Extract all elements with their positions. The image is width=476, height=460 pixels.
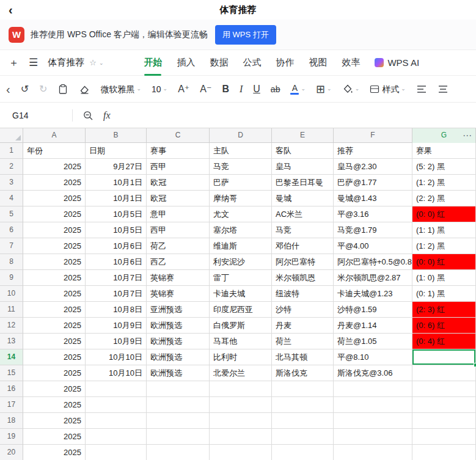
column-header-A[interactable]: A <box>23 128 86 143</box>
cell-F7[interactable]: 平@4.00 <box>334 238 412 254</box>
cell-A1[interactable]: 年份 <box>23 143 86 159</box>
cell-G18[interactable] <box>412 413 476 429</box>
wps-ai-button[interactable]: WPS AI <box>375 57 419 68</box>
cell-G7[interactable]: (1: 2) 黑 <box>412 238 476 254</box>
cell-A11[interactable]: 2025 <box>23 302 86 318</box>
cell-A5[interactable]: 2025 <box>23 206 86 222</box>
cell-B15[interactable]: 10月10日 <box>86 365 147 381</box>
cell-C18[interactable] <box>147 413 210 429</box>
cell-B12[interactable]: 10月9日 <box>86 318 147 334</box>
cell-A2[interactable]: 2025 <box>23 159 86 175</box>
cell-G6[interactable]: (1: 1) 黑 <box>412 222 476 238</box>
cell-B11[interactable]: 10月8日 <box>86 302 147 318</box>
cell-B10[interactable]: 10月7日 <box>86 286 147 302</box>
cell-E7[interactable]: 邓伯什 <box>272 238 334 254</box>
row-header-5[interactable]: 5 <box>0 206 23 222</box>
cell-C12[interactable]: 欧洲预选 <box>147 318 210 334</box>
tab-插入[interactable]: 插入 <box>177 50 195 76</box>
cell-E13[interactable]: 荷兰 <box>272 334 334 349</box>
undo-icon[interactable]: ↺ <box>21 84 29 94</box>
cell-A20[interactable]: 2025 <box>23 445 86 460</box>
cell-F4[interactable]: 曼城@1.43 <box>334 191 412 206</box>
cell-D1[interactable]: 主队 <box>210 143 272 159</box>
cell-E9[interactable]: 米尔顿凯恩 <box>272 270 334 286</box>
cell-E12[interactable]: 丹麦 <box>272 318 334 334</box>
cell-C1[interactable]: 赛事 <box>147 143 210 159</box>
cell-G17[interactable] <box>412 397 476 413</box>
cell-G19[interactable] <box>412 429 476 445</box>
column-header-B[interactable]: B <box>86 128 147 143</box>
cell-E10[interactable]: 纽波特 <box>272 286 334 302</box>
cell-F13[interactable]: 荷兰@1.05 <box>334 334 412 349</box>
cell-D4[interactable]: 摩纳哥 <box>210 191 272 206</box>
row-header-6[interactable]: 6 <box>0 222 23 238</box>
row-header-12[interactable]: 12 <box>0 318 23 334</box>
cell-B3[interactable]: 10月1日 <box>86 175 147 191</box>
fill-color-dropdown[interactable]: ⌄ <box>342 84 360 95</box>
cell-A17[interactable]: 2025 <box>23 397 86 413</box>
font-increase-icon[interactable]: A⁺ <box>178 84 189 94</box>
cell-F15[interactable]: 斯洛伐克@3.06 <box>334 365 412 381</box>
star-icon[interactable]: ☆ <box>89 58 97 67</box>
row-header-18[interactable]: 18 <box>0 413 23 429</box>
tab-开始[interactable]: 开始 <box>144 50 162 76</box>
underline-icon[interactable]: U <box>253 84 260 94</box>
zoom-icon[interactable] <box>82 110 93 121</box>
cell-B8[interactable]: 10月6日 <box>86 254 147 270</box>
cell-D18[interactable] <box>210 413 272 429</box>
formula-input[interactable] <box>120 103 476 128</box>
cell-F5[interactable]: 平@3.16 <box>334 206 412 222</box>
cell-D9[interactable]: 雷丁 <box>210 270 272 286</box>
align-left-icon[interactable] <box>416 84 427 95</box>
cell-B1[interactable]: 日期 <box>86 143 147 159</box>
column-header-D[interactable]: D <box>210 128 272 143</box>
cell-A7[interactable]: 2025 <box>23 238 86 254</box>
chevron-down-icon[interactable]: ⌄ <box>99 60 104 66</box>
cell-E17[interactable] <box>272 397 334 413</box>
cell-B20[interactable] <box>86 445 147 460</box>
cell-G8[interactable]: (0: 0) 红 <box>412 254 476 270</box>
cell-B2[interactable]: 9月27日 <box>86 159 147 175</box>
cell-B6[interactable]: 10月5日 <box>86 222 147 238</box>
cell-B18[interactable] <box>86 413 147 429</box>
row-header-2[interactable]: 2 <box>0 159 23 175</box>
cell-D15[interactable]: 北爱尔兰 <box>210 365 272 381</box>
cell-C19[interactable] <box>147 429 210 445</box>
cell-G20[interactable] <box>412 445 476 460</box>
cell-D7[interactable]: 维迪斯 <box>210 238 272 254</box>
cell-F16[interactable] <box>334 381 412 397</box>
cell-C20[interactable] <box>147 445 210 460</box>
cell-B13[interactable]: 10月9日 <box>86 334 147 349</box>
hamburger-icon[interactable]: ☰ <box>29 56 38 69</box>
cell-C10[interactable]: 英锦赛 <box>147 286 210 302</box>
cell-A18[interactable]: 2025 <box>23 413 86 429</box>
clipboard-icon[interactable] <box>57 84 68 95</box>
row-header-9[interactable]: 9 <box>0 270 23 286</box>
open-in-wps-button[interactable]: 用 WPS 打开 <box>215 25 276 45</box>
cell-C7[interactable]: 荷乙 <box>147 238 210 254</box>
cell-B7[interactable]: 10月6日 <box>86 238 147 254</box>
row-header-11[interactable]: 11 <box>0 302 23 318</box>
row-header-20[interactable]: 20 <box>0 445 23 460</box>
cell-C16[interactable] <box>147 381 210 397</box>
column-header-F[interactable]: F <box>334 128 412 143</box>
cell-G14[interactable] <box>412 349 476 365</box>
cell-F18[interactable] <box>334 413 412 429</box>
cell-A12[interactable]: 2025 <box>23 318 86 334</box>
strikethrough-icon[interactable]: ab <box>271 85 280 93</box>
cell-C17[interactable] <box>147 397 210 413</box>
cell-E1[interactable]: 客队 <box>272 143 334 159</box>
cell-D16[interactable] <box>210 381 272 397</box>
cell-C14[interactable]: 欧洲预选 <box>147 349 210 365</box>
function-icon[interactable]: fx <box>103 110 111 121</box>
cell-D10[interactable]: 卡迪夫城 <box>210 286 272 302</box>
column-header-C[interactable]: C <box>147 128 210 143</box>
cell-G2[interactable]: (5: 2) 黑 <box>412 159 476 175</box>
cell-C6[interactable]: 西甲 <box>147 222 210 238</box>
cell-E5[interactable]: AC米兰 <box>272 206 334 222</box>
row-header-7[interactable]: 7 <box>0 238 23 254</box>
cell-G4[interactable]: (2: 2) 黑 <box>412 191 476 206</box>
cell-A6[interactable]: 2025 <box>23 222 86 238</box>
cell-F8[interactable]: 阿尔巴塞特+0.5@0.8 <box>334 254 412 270</box>
cell-D14[interactable]: 比利时 <box>210 349 272 365</box>
